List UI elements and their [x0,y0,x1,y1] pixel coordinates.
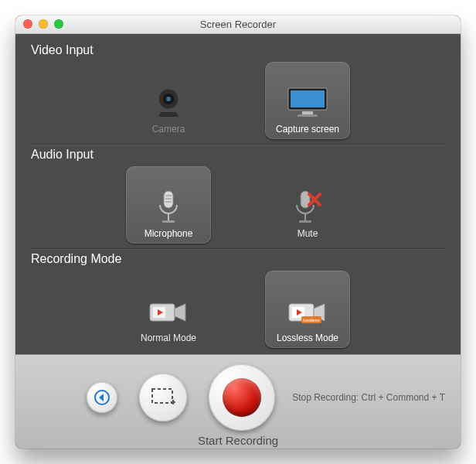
close-icon[interactable] [23,19,32,29]
svg-rect-7 [164,191,173,208]
main-panel: Video Input Camera [15,34,461,354]
option-mute[interactable]: Mute [265,166,350,244]
monitor-icon [286,85,329,121]
camcorder-lossless-icon: lossless [286,294,329,329]
option-mic-label: Microphone [144,228,193,239]
option-camera-label: Camera [152,124,185,135]
option-normal-mode[interactable]: Normal Mode [126,271,211,348]
app-window: Screen Recorder Video Input Camera [15,15,461,449]
selection-crop-icon [150,387,176,408]
stop-shortcut-hint: Stop Recording: Ctrl + Commond + T [292,392,445,403]
svg-point-2 [166,97,171,101]
record-button[interactable] [209,364,275,431]
svg-marker-27 [99,394,104,401]
svg-rect-12 [162,220,175,223]
webcam-icon [147,85,190,121]
microphone-icon [147,189,190,225]
svg-rect-5 [302,111,313,114]
back-button[interactable] [87,382,117,413]
arrow-left-icon [94,389,110,406]
recording-mode-row: Normal Mode lossless Lossless Mode [29,268,447,353]
svg-rect-28 [152,389,172,403]
microphone-mute-icon [286,189,329,225]
window-title: Screen Recorder [15,19,461,30]
video-input-row: Camera Capture screen [29,59,447,145]
section-heading-audio: Audio Input [31,148,447,162]
footer: Stop Recording: Ctrl + Commond + T Start… [15,354,461,449]
option-camera[interactable]: Camera [126,62,211,139]
option-lossless-mode[interactable]: lossless Lossless Mode [265,271,350,348]
zoom-icon[interactable] [54,19,63,29]
region-select-button[interactable] [139,374,187,421]
record-button-label: Start Recording [198,434,278,447]
minimize-icon[interactable] [39,19,48,29]
option-normal-label: Normal Mode [141,333,196,343]
option-microphone[interactable]: Microphone [126,166,211,244]
audio-input-row: Microphone Mute [29,163,447,249]
option-lossless-label: Lossless Mode [277,333,338,343]
titlebar: Screen Recorder [15,15,461,34]
camcorder-icon [147,294,190,329]
record-icon [223,378,261,417]
option-capture-label: Capture screen [276,124,339,135]
section-heading-video: Video Input [31,43,447,57]
window-controls [23,19,63,29]
svg-rect-6 [298,114,318,117]
svg-text:lossless: lossless [303,318,319,322]
option-capture-screen[interactable]: Capture screen [265,62,350,139]
svg-rect-15 [299,220,311,223]
svg-rect-4 [291,90,325,107]
option-mute-label: Mute [298,228,318,239]
section-heading-mode: Recording Mode [31,252,447,266]
